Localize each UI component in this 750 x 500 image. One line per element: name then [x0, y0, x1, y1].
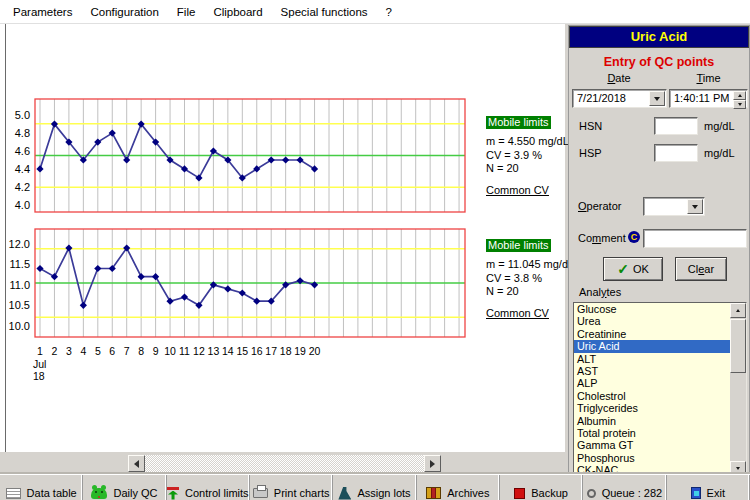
- common-cv-link[interactable]: Common CV: [486, 184, 549, 196]
- x-tick-label: 9: [153, 345, 159, 357]
- analyte-option[interactable]: Triglycerides: [574, 402, 730, 414]
- analyte-option[interactable]: Albumin: [574, 415, 730, 427]
- list-scroll-up-button[interactable]: [730, 303, 746, 318]
- list-scroll-thumb[interactable]: [730, 319, 746, 373]
- y-tick-label: 4.2: [15, 181, 30, 193]
- toolbar-button-archives[interactable]: Archives: [417, 475, 500, 500]
- control-charts-canvas: 5.04.84.64.44.24.012.011.511.010.510.012…: [5, 24, 560, 452]
- right-arrow-icon: [430, 460, 439, 468]
- analyte-option[interactable]: Glucose: [574, 303, 730, 315]
- analyte-option[interactable]: AST: [574, 365, 730, 377]
- bottom-toolbar: Data tableDaily QCControl limitsPrint ch…: [0, 474, 750, 500]
- menu-item-clipboard[interactable]: Clipboard: [204, 2, 271, 22]
- data-point[interactable]: [152, 273, 159, 280]
- ok-button-label: OK: [633, 263, 649, 275]
- x-tick-label: 19: [294, 345, 306, 357]
- analyte-option[interactable]: Gamma GT: [574, 439, 730, 451]
- analyte-option[interactable]: Urea: [574, 315, 730, 327]
- data-point[interactable]: [138, 273, 145, 280]
- toolbar-button-data-table[interactable]: Data table: [0, 475, 83, 500]
- data-point[interactable]: [282, 156, 289, 163]
- ok-button[interactable]: ✓ OK: [603, 257, 663, 281]
- clear-button-label: Clear: [688, 263, 714, 275]
- chart1-stats: m = 4.550 mg/dL CV = 3.9 % N = 20: [486, 135, 564, 176]
- data-point[interactable]: [239, 289, 246, 296]
- y-tick-label: 4.6: [15, 145, 30, 157]
- data-point[interactable]: [224, 285, 231, 292]
- menu-item-file[interactable]: File: [168, 2, 205, 22]
- menu-item-configuration[interactable]: Configuration: [81, 2, 167, 22]
- data-point[interactable]: [181, 294, 188, 301]
- toolbar-button-control-limits[interactable]: Control limits: [167, 475, 250, 500]
- toolbar-button-assign-lots[interactable]: Assign lots: [333, 475, 416, 500]
- x-tick-label: 11: [179, 345, 190, 357]
- y-tick-label: 10.5: [9, 299, 30, 311]
- up-arrow-icon: [738, 92, 742, 97]
- analyte-option[interactable]: Uric Acid: [574, 340, 730, 352]
- chevron-down-icon: [654, 97, 660, 104]
- menu-item-parameters[interactable]: Parameters: [4, 2, 81, 22]
- data-point[interactable]: [36, 165, 43, 172]
- scroll-right-button[interactable]: [424, 455, 441, 472]
- data-point[interactable]: [36, 265, 43, 272]
- data-point[interactable]: [123, 156, 130, 163]
- analytes-list[interactable]: GlucoseUreaCreatinineUric AcidALTASTALPC…: [573, 302, 747, 477]
- clear-button[interactable]: Clear: [675, 257, 727, 281]
- toolbar-button-backup[interactable]: Backup: [500, 475, 583, 500]
- analyte-title-bar: Uric Acid: [569, 26, 749, 48]
- data-point[interactable]: [80, 302, 87, 309]
- toolbar-button-label: Exit: [707, 487, 725, 499]
- chevron-down-icon: [692, 205, 698, 212]
- x-tick-label: 7: [124, 345, 130, 357]
- time-spinner[interactable]: 1:40:11 PM: [669, 89, 748, 108]
- x-tick-label: 15: [236, 345, 248, 357]
- operator-dropdown-button[interactable]: [687, 199, 703, 214]
- toolbar-button-queue-282[interactable]: Queue : 282: [583, 475, 666, 500]
- y-tick-label: 4.0: [15, 199, 30, 211]
- data-point[interactable]: [65, 244, 72, 251]
- menu-item-help[interactable]: ?: [377, 2, 401, 22]
- scroll-left-button[interactable]: [128, 455, 145, 472]
- analyte-option[interactable]: Total protein: [574, 427, 730, 439]
- analyte-option[interactable]: ALP: [574, 377, 730, 389]
- common-cv-link[interactable]: Common CV: [486, 307, 549, 319]
- y-tick-label: 11.0: [9, 279, 30, 291]
- data-point[interactable]: [253, 298, 260, 305]
- toolbar-button-daily-qc[interactable]: Daily QC: [83, 475, 166, 500]
- date-dropdown-button[interactable]: [649, 91, 665, 106]
- toolbar-button-label: Print charts: [274, 487, 330, 499]
- analytes-scrollbar[interactable]: [730, 303, 746, 476]
- down-arrow-icon: [738, 103, 742, 108]
- toolbar-button-label: Backup: [531, 487, 568, 499]
- operator-combobox[interactable]: [643, 197, 705, 216]
- data-point[interactable]: [166, 298, 173, 305]
- hsn-input[interactable]: [654, 117, 698, 135]
- y-tick-label: 11.5: [9, 258, 30, 270]
- hsp-unit: mg/dL: [704, 147, 735, 159]
- analyte-option[interactable]: ALT: [574, 353, 730, 365]
- daily-qc-frog-icon: [91, 488, 107, 499]
- toolbar-button-print-charts[interactable]: Print charts: [250, 475, 333, 500]
- menu-item-special-functions[interactable]: Special functions: [272, 2, 377, 22]
- data-point[interactable]: [94, 265, 101, 272]
- horizontal-scrollbar[interactable]: [128, 455, 441, 472]
- data-point[interactable]: [51, 273, 58, 280]
- comment-input[interactable]: [643, 229, 747, 248]
- hsp-input[interactable]: [654, 144, 698, 162]
- toolbar-button-exit[interactable]: Exit: [667, 475, 750, 500]
- analyte-option[interactable]: Phosphorus: [574, 452, 730, 464]
- books-icon: [426, 487, 441, 499]
- data-table-icon: [6, 488, 21, 499]
- control-limits-icon: [167, 487, 179, 500]
- time-down-button[interactable]: [733, 100, 746, 109]
- x-tick-label: 3: [66, 345, 72, 357]
- x-tick-label: 1: [37, 345, 43, 357]
- analyte-option[interactable]: Creatinine: [574, 328, 730, 340]
- toolbar-button-label: Daily QC: [113, 487, 157, 499]
- time-up-button[interactable]: [733, 91, 746, 100]
- date-combobox[interactable]: 7/21/2018: [572, 89, 667, 108]
- analyte-option[interactable]: Cholestrol: [574, 390, 730, 402]
- y-tick-label: 5.0: [15, 109, 30, 121]
- x-tick-label: 16: [251, 345, 263, 357]
- backup-icon: [514, 488, 525, 499]
